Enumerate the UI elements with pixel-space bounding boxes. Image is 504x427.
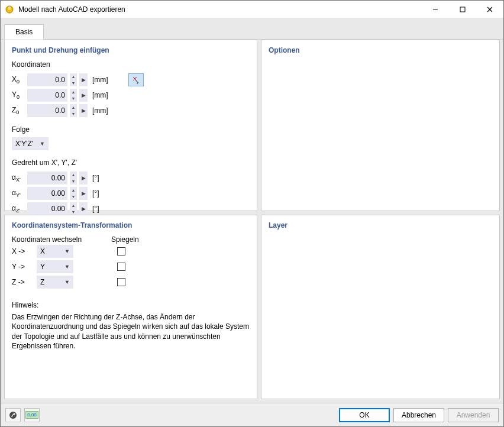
z-spinner[interactable]: ▲▼ — [70, 104, 77, 117]
az-step[interactable]: ▶ — [79, 202, 88, 215]
hint-body: Das Erzwingen der Richtung der Z-Achse, … — [12, 312, 250, 351]
az-unit: [°] — [92, 205, 99, 213]
x-spinner[interactable]: ▲▼ — [70, 73, 77, 86]
pick-point-button[interactable] — [128, 73, 144, 86]
units-icon-text: 0,00 — [25, 411, 38, 419]
x-unit: [mm] — [92, 76, 108, 84]
az-spinner[interactable]: ▲▼ — [70, 202, 77, 215]
z-input[interactable]: 0.0 — [27, 104, 67, 117]
ay-step[interactable]: ▶ — [79, 187, 88, 200]
y-spinner[interactable]: ▲▼ — [70, 89, 77, 102]
ax-label: αX' — [12, 173, 25, 183]
swap-header: Koordinaten wechseln — [12, 235, 111, 244]
seq-value: X'Y'Z' — [15, 140, 33, 148]
units-button[interactable]: 0,00 — [24, 408, 40, 422]
axis-x-value: X — [40, 247, 45, 255]
ok-button[interactable]: OK — [339, 408, 390, 422]
title-bar: Modell nach AutoCAD exportieren — [1, 1, 503, 18]
cancel-button[interactable]: Abbrechen — [393, 408, 444, 422]
mirror-y-checkbox[interactable] — [117, 263, 125, 271]
mirror-header: Spiegeln — [111, 235, 139, 244]
z-unit: [mm] — [92, 106, 108, 115]
z-step[interactable]: ▶ — [79, 104, 88, 117]
axis-x-from: X -> — [12, 247, 30, 255]
ax-unit: [°] — [92, 174, 99, 182]
svg-rect-3 — [460, 7, 465, 12]
z-label: Z0 — [12, 106, 25, 115]
ax-input[interactable]: 0.00 — [27, 172, 67, 185]
ay-input[interactable]: 0.00 — [27, 187, 67, 200]
tab-basis[interactable]: Basis — [4, 24, 44, 40]
ax-spinner[interactable]: ▲▼ — [70, 172, 77, 185]
axis-z-from: Z -> — [12, 278, 30, 286]
chevron-down-icon: ▼ — [40, 141, 45, 147]
panel-options-title: Optionen — [269, 46, 492, 54]
y-label: Y0 — [12, 90, 25, 100]
panel-transform: Koordinatensystem-Transformation Koordin… — [4, 215, 257, 399]
minimize-button[interactable] — [422, 1, 449, 18]
x-input[interactable]: 0.0 — [27, 73, 67, 86]
chevron-down-icon: ▼ — [64, 248, 70, 254]
coord-z-row: Z0 0.0 ▲▼ ▶ [mm] — [12, 103, 250, 118]
tab-strip: Basis — [1, 18, 503, 40]
panel-layer: Layer — [261, 215, 500, 399]
window-buttons — [422, 1, 503, 18]
rot-ax-row: αX' 0.00 ▲▼ ▶ [°] — [12, 170, 250, 186]
help-button[interactable] — [5, 408, 21, 422]
dialog-footer: 0,00 OK Abbrechen Anwenden — [1, 403, 503, 426]
ay-spinner[interactable]: ▲▼ — [70, 187, 77, 200]
chevron-down-icon: ▼ — [64, 264, 70, 270]
maximize-button[interactable] — [449, 1, 476, 18]
y-unit: [mm] — [92, 91, 108, 99]
axis-x-select[interactable]: X ▼ — [37, 245, 73, 258]
ay-label: αY' — [12, 189, 25, 198]
seq-select[interactable]: X'Y'Z' ▼ — [12, 137, 49, 150]
coord-label: Koordinaten — [12, 60, 250, 69]
axis-y-select[interactable]: Y ▼ — [37, 260, 73, 273]
ay-unit: [°] — [92, 189, 99, 198]
axis-y-value: Y — [40, 263, 45, 271]
close-button[interactable] — [476, 1, 503, 18]
ax-step[interactable]: ▶ — [79, 172, 88, 185]
rot-ay-row: αY' 0.00 ▲▼ ▶ [°] — [12, 186, 250, 201]
y-step[interactable]: ▶ — [79, 89, 88, 102]
seq-label: Folge — [12, 125, 250, 134]
axis-z-select[interactable]: Z ▼ — [37, 276, 73, 289]
axis-z-row: Z -> Z ▼ — [12, 274, 250, 290]
apply-button[interactable]: Anwenden — [448, 408, 499, 422]
panel-insert-title: Punkt und Drehung einfügen — [12, 46, 250, 54]
axis-z-value: Z — [40, 278, 44, 286]
mirror-x-checkbox[interactable] — [117, 247, 125, 255]
content-area: Punkt und Drehung einfügen Koordinaten X… — [1, 40, 503, 403]
app-icon — [5, 5, 14, 14]
transform-headers: Koordinaten wechseln Spiegeln — [12, 235, 250, 244]
coord-y-row: Y0 0.0 ▲▼ ▶ [mm] — [12, 88, 250, 103]
x-label: X0 — [12, 75, 25, 85]
axis-y-row: Y -> Y ▼ — [12, 259, 250, 274]
hint-title: Hinweis: — [12, 300, 250, 310]
chevron-down-icon: ▼ — [64, 279, 70, 285]
panel-options: Optionen — [261, 40, 500, 211]
panel-transform-title: Koordinatensystem-Transformation — [12, 221, 250, 229]
y-input[interactable]: 0.0 — [27, 89, 67, 102]
panel-insert: Punkt und Drehung einfügen Koordinaten X… — [4, 40, 257, 211]
coord-x-row: X0 0.0 ▲▼ ▶ [mm] — [12, 72, 250, 88]
axis-y-from: Y -> — [12, 263, 30, 271]
x-step[interactable]: ▶ — [79, 73, 88, 86]
window-title: Modell nach AutoCAD exportieren — [18, 5, 422, 14]
panel-layer-title: Layer — [269, 221, 492, 229]
hint-block: Hinweis: Das Erzwingen der Richtung der … — [12, 300, 250, 351]
az-label: αZ' — [12, 204, 25, 214]
dialog-window: Modell nach AutoCAD exportieren Basis Pu… — [0, 0, 504, 427]
rot-label: Gedreht um X', Y', Z' — [12, 158, 250, 167]
mirror-z-checkbox[interactable] — [117, 278, 125, 286]
axis-x-row: X -> X ▼ — [12, 244, 250, 259]
svg-rect-1 — [8, 7, 11, 10]
az-input[interactable]: 0.00 — [27, 202, 67, 215]
